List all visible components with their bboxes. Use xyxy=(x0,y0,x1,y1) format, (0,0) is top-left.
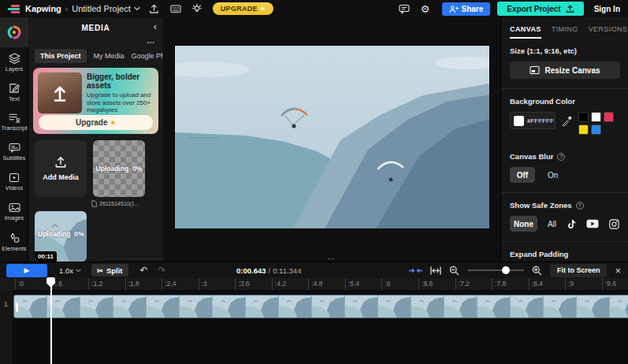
chevron-down-icon[interactable] xyxy=(134,6,140,11)
chevron-down-icon xyxy=(76,269,81,273)
uploading-asset-tile[interactable]: Uploading 0% xyxy=(93,140,145,197)
promo-title: Bigger, bolder assets xyxy=(87,72,154,90)
ruler-tick: :6 xyxy=(381,278,418,290)
video-preview[interactable] xyxy=(175,46,489,228)
youtube-icon[interactable] xyxy=(586,219,599,228)
safe-zones-text: Show Safe Zones xyxy=(510,201,572,210)
timeline-ruler[interactable]: :0:.6:1.2:1.8:2.4:3:3.6:4.2:4.8:5.4:6:6.… xyxy=(0,278,628,290)
tab-my-media[interactable]: My Media xyxy=(94,52,124,60)
ruler-tick: :6.6 xyxy=(418,278,455,290)
tab-google-photos[interactable]: Google Photos xyxy=(132,52,163,60)
comments-icon[interactable] xyxy=(397,2,411,16)
clip-trim-handle[interactable] xyxy=(16,303,18,312)
sidebar-item-label: Elements xyxy=(2,245,26,252)
promo-upgrade-button[interactable]: Upgrade ✦ xyxy=(39,115,153,130)
resize-canvas-button[interactable]: Resize Canvas xyxy=(510,61,620,79)
playback-speed-dropdown[interactable]: 1.0x xyxy=(59,266,81,275)
safe-zones-label: Show Safe Zones ? xyxy=(501,193,628,210)
media-tabs: This Project My Media Google Photos xyxy=(28,49,163,63)
eyedropper-button[interactable] xyxy=(560,112,574,129)
split-button[interactable]: ✂ Split xyxy=(91,264,128,277)
split-label: Split xyxy=(106,266,123,275)
color-swatch[interactable] xyxy=(604,112,614,122)
color-hex-field[interactable]: #FFFFFF xyxy=(510,112,556,129)
timeline-zoom-slider-thumb[interactable] xyxy=(502,266,510,274)
sidebar-item-elements[interactable]: Elements xyxy=(0,227,28,257)
kapwing-logo-icon[interactable] xyxy=(8,5,20,13)
timeline-zoom-slider[interactable] xyxy=(467,266,524,275)
color-swatch[interactable] xyxy=(578,124,589,135)
ruler-tick: :4.2 xyxy=(272,278,309,290)
color-swatch[interactable] xyxy=(591,112,601,122)
instagram-icon[interactable] xyxy=(609,219,619,229)
sidebar-item-subtitles[interactable]: Subtitles xyxy=(0,137,28,167)
collapse-panel-icon[interactable]: ‹ xyxy=(154,20,157,32)
tab-this-project[interactable]: This Project xyxy=(35,49,87,63)
sidebar-item-transcript[interactable]: Transcript xyxy=(0,107,28,137)
blur-on-button[interactable]: On xyxy=(548,171,558,180)
breadcrumb-separator: › xyxy=(65,5,68,13)
color-swatch[interactable] xyxy=(578,112,589,122)
redo-icon[interactable]: ↷ xyxy=(158,265,166,276)
color-swatch[interactable] xyxy=(591,124,601,135)
track-number: 1 xyxy=(4,300,8,308)
undo-icon[interactable]: ↶ xyxy=(140,265,148,276)
fit-to-screen-button[interactable]: Fit to Screen xyxy=(550,264,608,277)
sidebar-item-layers[interactable]: Layers xyxy=(0,47,28,77)
rail-home-logo[interactable] xyxy=(0,17,28,47)
uploading-video-tile[interactable]: Uploading 0% 00:11 xyxy=(35,211,87,262)
close-timeline-icon[interactable]: × xyxy=(615,266,621,276)
upload-arrow-icon xyxy=(52,84,68,102)
ruler-tick: :3.6 xyxy=(235,278,272,290)
elements-icon xyxy=(9,232,20,243)
ruler-tick: :8.4 xyxy=(529,278,566,290)
suggestions-bulb-icon[interactable] xyxy=(190,2,204,16)
project-title[interactable]: Untitled Project xyxy=(72,4,131,13)
sidebar-item-videos[interactable]: Videos xyxy=(0,167,28,197)
upload-icon[interactable] xyxy=(147,2,162,16)
zoom-in-icon[interactable] xyxy=(532,266,542,276)
sign-in-link[interactable]: Sign In xyxy=(594,5,620,13)
expand-timeline-icon[interactable] xyxy=(430,266,441,275)
help-icon[interactable]: ? xyxy=(576,202,584,210)
ruler-tick: :5.4 xyxy=(345,278,382,290)
media-panel: MEDIA ‹ ••• This Project My Media Google… xyxy=(28,17,163,262)
expand-padding-label: Expand Padding xyxy=(501,242,628,258)
timecode: 0:00.643 / 0:11.344 xyxy=(236,262,301,279)
blur-off-button[interactable]: Off xyxy=(510,167,535,183)
safe-zone-none-button[interactable]: None xyxy=(510,216,537,232)
sidebar-item-label: Videos xyxy=(6,184,24,191)
sidebar-item-images[interactable]: Images xyxy=(0,197,28,227)
gear-icon[interactable]: ⚙ xyxy=(418,2,433,16)
share-button[interactable]: Share xyxy=(442,2,491,16)
tab-versions[interactable]: VERSIONS xyxy=(589,25,628,39)
canvas-workspace: ⋯ xyxy=(163,17,500,262)
zoom-out-icon[interactable] xyxy=(449,266,459,276)
play-button[interactable]: ▶ xyxy=(6,264,47,277)
background-color-controls: #FFFFFF xyxy=(501,106,628,144)
sidebar-item-text[interactable]: Text xyxy=(0,77,28,107)
help-icon[interactable]: ? xyxy=(557,153,565,161)
top-bar-right: ⚙ Share Export Project Sign In xyxy=(390,2,621,16)
tab-canvas[interactable]: CANVAS xyxy=(510,25,541,39)
keyboard-shortcuts-icon[interactable] xyxy=(169,2,183,16)
upgrade-button[interactable]: UPGRADE ✦ xyxy=(213,2,273,15)
safe-zone-all-button[interactable]: All xyxy=(548,220,556,228)
safe-zones-options: None All xyxy=(501,210,628,241)
media-panel-menu-icon[interactable]: ••• xyxy=(147,39,155,45)
canvas-blur-label: Canvas Blur ? xyxy=(501,144,628,161)
top-bar-left: Kapwing › Untitled Project UPGRADE ✦ xyxy=(8,2,273,16)
tiktok-icon[interactable] xyxy=(567,219,576,229)
brand-name[interactable]: Kapwing xyxy=(25,4,61,13)
add-media-tile[interactable]: Add Media xyxy=(35,140,87,197)
merge-clips-icon[interactable] xyxy=(409,266,422,275)
video-clip[interactable] xyxy=(13,295,628,318)
export-project-button[interactable]: Export Project xyxy=(497,2,583,16)
total-duration: 0:11.344 xyxy=(273,266,301,275)
color-hex-value: #FFFFFF xyxy=(527,117,554,124)
tab-timing[interactable]: TIMING xyxy=(552,25,578,39)
sidebar-item-label: Layers xyxy=(6,65,24,72)
left-rail: Layers Text Transcript Subtitles Videos … xyxy=(0,17,28,262)
videos-icon xyxy=(9,173,20,183)
upgrade-promo-card[interactable]: Bigger, bolder assets Upgrade to upload … xyxy=(33,68,158,134)
